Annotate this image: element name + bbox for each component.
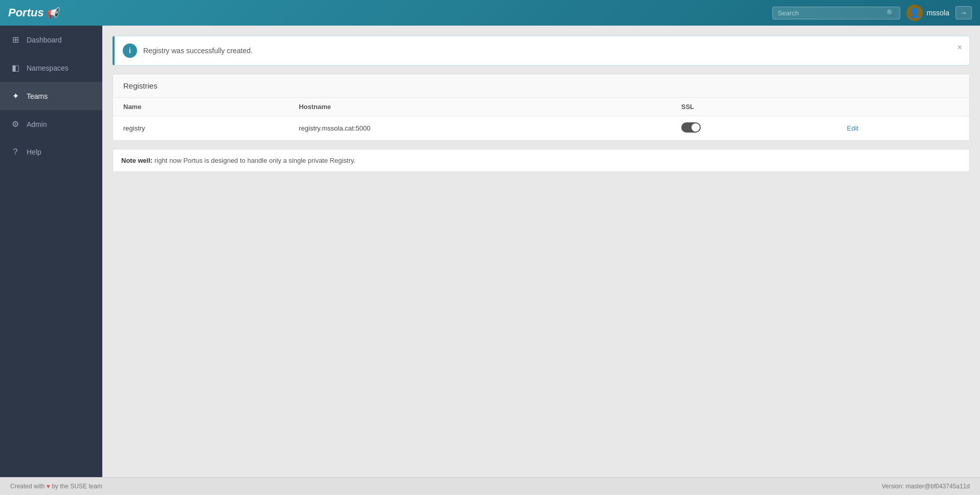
- sidebar-item-teams[interactable]: ✦ Teams: [0, 82, 102, 110]
- registry-hostname: registry.mssola.cat:5000: [288, 116, 671, 141]
- dashboard-icon: ⊞: [10, 35, 20, 45]
- sidebar-label-help: Help: [27, 148, 41, 156]
- col-name: Name: [113, 98, 288, 116]
- sidebar-item-dashboard[interactable]: ⊞ Dashboard: [0, 26, 102, 54]
- edit-link[interactable]: Edit: [847, 124, 858, 132]
- ssl-toggle[interactable]: [681, 122, 701, 133]
- sidebar-item-admin[interactable]: ⚙ Admin: [0, 110, 102, 138]
- version-label: Version:: [882, 483, 904, 490]
- table-row: registry registry.mssola.cat:5000 Edit: [113, 116, 969, 141]
- footer-created-text: Created with: [10, 483, 44, 490]
- help-icon: ?: [10, 147, 20, 157]
- user-menu[interactable]: 👤 mssola: [906, 5, 949, 21]
- footer-right: Version: master@bf043745a11d: [882, 483, 970, 490]
- main-layout: ⊞ Dashboard ◧ Namespaces ✦ Teams ⚙ Admin…: [0, 26, 980, 477]
- col-hostname: Hostname: [288, 98, 671, 116]
- sidebar-label-dashboard: Dashboard: [27, 36, 62, 44]
- note-bold: Note well:: [121, 157, 152, 164]
- username-label: mssola: [927, 9, 949, 17]
- search-box[interactable]: 🔍: [772, 7, 900, 19]
- sidebar-label-teams: Teams: [27, 92, 48, 100]
- sidebar-item-namespaces[interactable]: ◧ Namespaces: [0, 54, 102, 82]
- note-box: Note well: right now Portus is designed …: [113, 149, 970, 172]
- app-logo: Portus 📢: [8, 6, 59, 19]
- note-text: right now Portus is designed to handle o…: [154, 157, 355, 164]
- heart-icon: ♥: [47, 483, 50, 490]
- registries-table: Name Hostname SSL registry registry.msso…: [113, 98, 969, 140]
- logout-button[interactable]: →: [955, 6, 972, 19]
- col-ssl: SSL: [671, 98, 837, 116]
- main-content: i Registry was successfully created. × R…: [102, 26, 980, 477]
- footer-left: Created with ♥ by the SUSE team: [10, 483, 102, 490]
- alert-icon: i: [123, 44, 137, 58]
- version-value: master@bf043745a11d: [905, 483, 970, 490]
- registry-name: registry: [113, 116, 288, 141]
- col-actions: [837, 98, 969, 116]
- footer-created-by: by the SUSE team: [52, 483, 102, 490]
- admin-icon: ⚙: [10, 119, 20, 129]
- card-title: Registries: [123, 81, 158, 90]
- megaphone-icon: 📢: [46, 7, 59, 19]
- success-alert: i Registry was successfully created. ×: [113, 36, 970, 66]
- header-right: 🔍 👤 mssola →: [772, 5, 972, 21]
- avatar: 👤: [906, 5, 923, 21]
- app-footer: Created with ♥ by the SUSE team Version:…: [0, 477, 980, 495]
- alert-close-button[interactable]: ×: [957, 44, 962, 52]
- search-input[interactable]: [778, 9, 886, 17]
- card-body: Name Hostname SSL registry registry.msso…: [113, 98, 969, 140]
- card-header: Registries: [113, 74, 969, 98]
- teams-icon: ✦: [10, 91, 20, 101]
- logo-text: Portus: [8, 6, 44, 19]
- app-header: Portus 📢 🔍 👤 mssola →: [0, 0, 980, 26]
- registry-ssl: [671, 116, 837, 141]
- registry-actions: Edit: [837, 116, 969, 141]
- alert-message: Registry was successfully created.: [143, 47, 253, 55]
- sidebar-label-admin: Admin: [27, 120, 47, 128]
- table-body: registry registry.mssola.cat:5000 Edit: [113, 116, 969, 141]
- table-header-row: Name Hostname SSL: [113, 98, 969, 116]
- table-head: Name Hostname SSL: [113, 98, 969, 116]
- sidebar-item-help[interactable]: ? Help: [0, 138, 102, 166]
- registries-card: Registries Name Hostname SSL regis: [113, 74, 970, 141]
- search-icon: 🔍: [886, 9, 895, 17]
- sidebar-label-namespaces: Namespaces: [27, 64, 69, 72]
- sidebar: ⊞ Dashboard ◧ Namespaces ✦ Teams ⚙ Admin…: [0, 26, 102, 477]
- namespaces-icon: ◧: [10, 63, 20, 73]
